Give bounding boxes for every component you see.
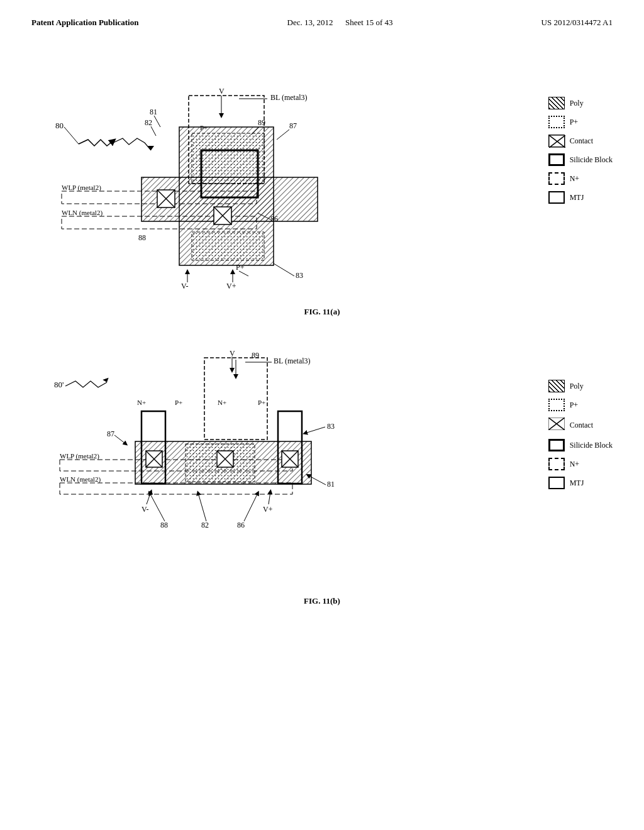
legend-mtj-label: MTJ [570, 193, 584, 202]
svg-line-16 [239, 271, 248, 276]
label-pplus2b: P+ [258, 399, 265, 406]
legend-pplus-b-label: P+ [570, 401, 578, 410]
label-pplus1-a: P+ [200, 124, 208, 131]
legend-nplus-a: N+ [548, 172, 613, 185]
svg-line-6 [151, 126, 156, 136]
label-vminus-a: V- [181, 282, 189, 290]
legend-nplus-icon [548, 172, 565, 185]
legend-contact-b-icon [548, 418, 565, 433]
label-81b: 81 [327, 480, 335, 489]
label-bl-a: BL (metal3) [270, 93, 308, 102]
label-pplus1b: P+ [175, 399, 182, 406]
svg-line-62 [269, 492, 270, 504]
legend-nplus-label: N+ [570, 174, 579, 184]
legend-pplus-b: P+ [548, 399, 613, 411]
label-83a: 83 [296, 271, 303, 280]
legend-poly-b-icon [548, 380, 565, 392]
label-wlpb: WLP (metal2) [60, 452, 99, 460]
label-89b: 89 [252, 351, 259, 360]
legend-contact-b-label: Contact [570, 421, 593, 430]
label-wln-a: WLN (metal2) [62, 209, 103, 217]
legend-silicide-icon [548, 153, 565, 166]
label-81a: 81 [150, 108, 157, 116]
fig11a-caption: FIG. 11(a) [31, 306, 613, 317]
legend-contact-label: Contact [570, 136, 593, 146]
fig11b-caption: FIG. 11(b) [31, 595, 613, 606]
legend-pplus-icon [548, 116, 565, 128]
svg-line-5 [154, 116, 160, 127]
publication-date: Dec. 13, 2012 [287, 18, 333, 27]
legend-contact-a: Contact [548, 135, 613, 147]
label-v-a: V [219, 87, 225, 96]
legend-poly-b-label: Poly [570, 382, 584, 391]
svg-rect-14 [192, 133, 264, 184]
fig11b-section: 80' 87 WLP (metal2) WLN (metal2) BL (met… [31, 329, 613, 606]
label-80a: 80 [55, 121, 64, 130]
legend-poly-a: Poly [548, 97, 613, 109]
svg-rect-15 [192, 232, 264, 260]
legend-pplus-label: P+ [570, 118, 578, 127]
svg-line-61 [198, 493, 206, 521]
label-88a: 88 [138, 233, 146, 242]
label-82a: 82 [145, 118, 152, 127]
svg-line-2 [64, 127, 79, 144]
label-87a: 87 [289, 121, 297, 130]
sheet-info: Dec. 13, 2012 Sheet 15 of 43 [287, 18, 393, 28]
page-header: Patent Application Publication Dec. 13, … [0, 0, 644, 28]
legend-mtj-b: MTJ [548, 477, 613, 489]
legend-pplus-b-icon [548, 399, 565, 411]
svg-line-60 [150, 493, 165, 521]
svg-line-65 [305, 427, 325, 433]
label-83b: 83 [327, 422, 335, 431]
label-nplus2b: N+ [218, 399, 226, 406]
svg-line-63 [244, 493, 258, 521]
label-86b: 86 [237, 521, 245, 529]
legend-poly-label: Poly [570, 99, 584, 108]
fig11b-svg: 80' 87 WLP (metal2) WLN (metal2) BL (met… [44, 336, 484, 581]
label-89a: 89 [258, 118, 265, 127]
label-88b: 88 [160, 521, 168, 529]
legend-mtj-icon [548, 191, 565, 204]
legend-silicide-a: Silicide Block [548, 153, 613, 166]
label-pplus2-a: P+ [236, 263, 245, 272]
legend-silicide-b-label: Silicide Block [570, 441, 613, 450]
fig11a-diagram: 80 WLP (metal2) WLN (metal2) 81 82 BL (m… [31, 47, 613, 317]
label-vminus-b: V- [142, 505, 149, 514]
svg-line-27 [274, 263, 294, 276]
patent-number: US 2012/0314472 A1 [541, 18, 613, 28]
legend-mtj-b-icon [548, 477, 565, 489]
legend-mtj-b-label: MTJ [570, 479, 584, 488]
label-bl-b: BL (metal3) [274, 357, 311, 365]
label-82b: 82 [201, 521, 209, 529]
svg-line-11 [277, 130, 289, 140]
legend-pplus-a: P+ [548, 116, 613, 128]
publication-type: Patent Application Publication [31, 18, 138, 28]
legend-nplus-b-label: N+ [570, 460, 579, 469]
legend-nplus-b: N+ [548, 458, 613, 470]
legend-silicide-label: Silicide Block [570, 155, 613, 165]
fig11a-caption-text: FIG. 11(a) [304, 307, 340, 316]
fig11b-legend: Poly P+ Contact Silicide Block [548, 380, 613, 489]
label-86a: 86 [270, 214, 278, 223]
legend-mtj-a: MTJ [548, 191, 613, 204]
label-vb: V [230, 349, 235, 358]
legend-contact-b: Contact [548, 418, 613, 433]
legend-nplus-b-icon [548, 458, 565, 470]
label-87b: 87 [107, 429, 114, 438]
legend-silicide-b-icon [548, 439, 565, 451]
legend-poly-b: Poly [548, 380, 613, 392]
legend-silicide-b: Silicide Block [548, 439, 613, 451]
fig11a-legend: Poly P+ Contact Silicide Block [548, 97, 613, 204]
label-wlnb: WLN (metal2) [60, 475, 101, 484]
fig11b-caption-text: FIG. 11(b) [304, 596, 340, 606]
label-nplus1b: N+ [137, 399, 146, 406]
sheet-number: Sheet 15 of 43 [345, 18, 392, 27]
legend-contact-icon [548, 135, 565, 147]
fig11a-svg: 80 WLP (metal2) WLN (metal2) 81 82 BL (m… [44, 53, 472, 298]
fig11a-section: 80 WLP (metal2) WLN (metal2) 81 82 BL (m… [0, 47, 644, 606]
legend-poly-icon [548, 97, 565, 109]
label-80pb: 80' [54, 380, 64, 389]
svg-line-39 [114, 435, 126, 444]
label-vplus-a: V+ [226, 282, 236, 290]
label-wlp-a: WLP (metal2) [62, 184, 101, 192]
